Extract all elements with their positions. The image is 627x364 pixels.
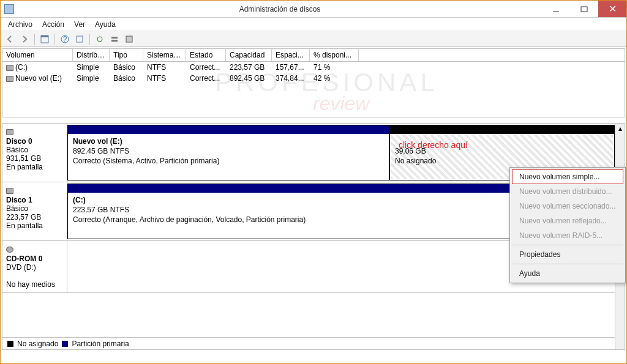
col-espacio[interactable]: Espaci...	[272, 49, 310, 61]
context-menu: Nuevo volumen simple... Nuevo volumen di…	[509, 167, 626, 283]
svg-rect-5	[77, 36, 83, 42]
col-estado[interactable]: Estado	[186, 49, 226, 61]
disk-side-info[interactable]: CD-ROM 0 DVD (D:) No hay medios	[2, 241, 67, 292]
volume-table-header[interactable]: Volumen Distribu... Tipo Sistema d... Es…	[2, 49, 625, 62]
menu-new-striped-volume: Nuevo volumen seccionado...	[512, 199, 623, 214]
volume-table: Volumen Distribu... Tipo Sistema d... Es…	[2, 48, 625, 117]
legend-swatch-unalloc	[7, 341, 13, 347]
menu-new-raid5-volume: Nuevo volumen RAID-5...	[512, 228, 623, 243]
menu-ver[interactable]: Ver	[70, 19, 89, 30]
menu-ayuda[interactable]: Ayuda	[91, 19, 119, 30]
annotation-text: click derecho aquí	[399, 140, 468, 150]
menu-new-simple-volume[interactable]: Nuevo volumen simple...	[512, 169, 623, 184]
scroll-up-icon[interactable]: ▴	[615, 124, 625, 133]
menu-new-spanned-volume: Nuevo volumen distribuido...	[512, 184, 623, 199]
disk-icon	[6, 129, 13, 135]
help-button[interactable]: ?	[58, 32, 72, 46]
svg-rect-8	[126, 36, 132, 42]
title-bar: Administración de discos ✕	[1, 1, 626, 18]
back-button[interactable]	[3, 32, 17, 46]
col-capacidad[interactable]: Capacidad	[226, 49, 272, 61]
svg-rect-2	[41, 35, 48, 37]
volume-icon	[6, 76, 13, 82]
toolbar: ?	[1, 31, 626, 47]
svg-rect-7	[111, 40, 118, 42]
disk-label: Disco 1	[6, 196, 63, 204]
col-disponible[interactable]: % disponi...	[310, 49, 359, 61]
menu-bar: Archivo Acción Ver Ayuda	[1, 18, 626, 31]
partition-primary[interactable]: Nuevo vol (E:) 892,45 GB NTFS Correcto (…	[67, 125, 389, 180]
view-button[interactable]	[38, 32, 51, 46]
col-tipo[interactable]: Tipo	[110, 49, 143, 61]
refresh-button[interactable]	[93, 32, 107, 46]
svg-rect-0	[581, 7, 587, 12]
table-row[interactable]: (C:) Simple Básico NTFS Correct... 223,5…	[2, 62, 625, 73]
minimize-button[interactable]	[542, 1, 570, 17]
disk-side-info[interactable]: Disco 0 Básico 931,51 GB En pantalla	[2, 124, 67, 182]
menu-properties[interactable]: Propiedades	[512, 247, 623, 262]
volume-icon	[6, 65, 13, 71]
table-row[interactable]: Nuevo vol (E:) Simple Básico NTFS Correc…	[2, 73, 625, 84]
maximize-button[interactable]	[570, 1, 598, 17]
settings-button[interactable]	[73, 32, 86, 46]
disk-side-info[interactable]: Disco 1 Básico 223,57 GB En pantalla	[2, 182, 67, 240]
properties-button[interactable]	[122, 32, 136, 46]
legend-swatch-primary	[62, 341, 68, 347]
disk-list-button[interactable]	[108, 32, 121, 46]
app-icon	[4, 4, 14, 14]
cdrom-icon	[6, 247, 13, 253]
svg-text:?: ?	[63, 35, 67, 43]
menu-archivo[interactable]: Archivo	[4, 19, 36, 30]
disk-label: CD-ROM 0	[6, 254, 63, 263]
legend: No asignado Partición primaria	[2, 337, 625, 349]
forward-button[interactable]	[18, 32, 31, 46]
disk-label: Disco 0	[6, 137, 63, 146]
window-title: Administración de discos	[18, 5, 542, 13]
menu-new-mirrored-volume: Nuevo volumen reflejado...	[512, 214, 623, 228]
col-volumen[interactable]: Volumen	[2, 49, 73, 61]
menu-accion[interactable]: Acción	[39, 19, 68, 30]
close-button[interactable]: ✕	[598, 1, 626, 17]
col-distribucion[interactable]: Distribu...	[73, 49, 110, 61]
menu-help[interactable]: Ayuda	[512, 266, 623, 281]
svg-rect-6	[111, 37, 118, 39]
disk-icon	[6, 188, 13, 194]
col-sistema[interactable]: Sistema d...	[143, 49, 186, 61]
